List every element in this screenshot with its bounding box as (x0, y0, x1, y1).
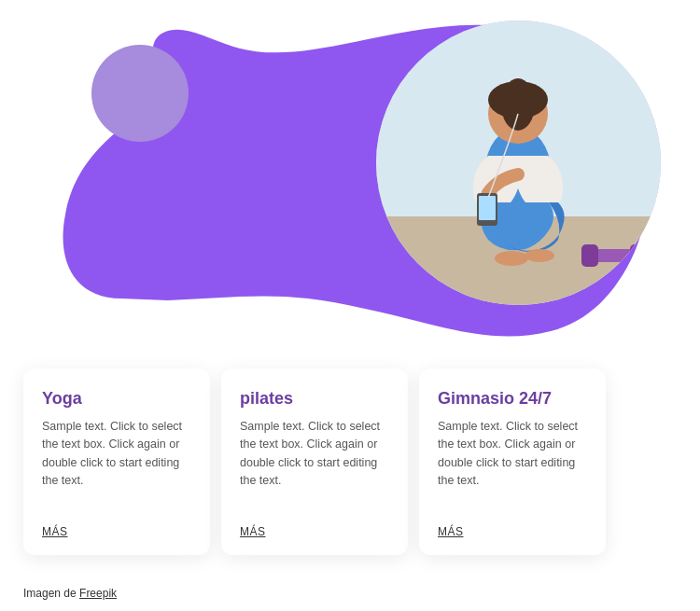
svg-point-10 (525, 249, 554, 262)
pilates-link[interactable]: MÁS (240, 525, 389, 538)
gimnasio-link[interactable]: MÁS (438, 525, 587, 538)
footer-text: Imagen de (23, 587, 79, 600)
gimnasio-title: Gimnasio 24/7 (438, 389, 587, 409)
footer: Imagen de Freepik (23, 587, 117, 600)
gimnasio-card: Gimnasio 24/7 Sample text. Click to sele… (419, 368, 606, 555)
freepik-link[interactable]: Freepik (79, 587, 117, 600)
cards-container: Yoga Sample text. Click to select the te… (23, 368, 606, 555)
svg-rect-12 (581, 244, 598, 267)
svg-point-0 (91, 45, 189, 142)
svg-rect-8 (479, 196, 496, 220)
hero-section (0, 0, 700, 364)
pilates-card: pilates Sample text. Click to select the… (221, 368, 408, 555)
svg-point-6 (501, 78, 535, 131)
woman-illustration (376, 21, 661, 305)
pilates-text: Sample text. Click to select the text bo… (240, 418, 389, 510)
hero-photo (376, 21, 661, 305)
svg-point-9 (495, 251, 528, 266)
gimnasio-text: Sample text. Click to select the text bo… (438, 418, 587, 510)
yoga-link[interactable]: MÁS (42, 525, 191, 538)
yoga-title: Yoga (42, 389, 191, 409)
pilates-title: pilates (240, 389, 389, 409)
yoga-card: Yoga Sample text. Click to select the te… (23, 368, 210, 555)
yoga-text: Sample text. Click to select the text bo… (42, 418, 191, 510)
